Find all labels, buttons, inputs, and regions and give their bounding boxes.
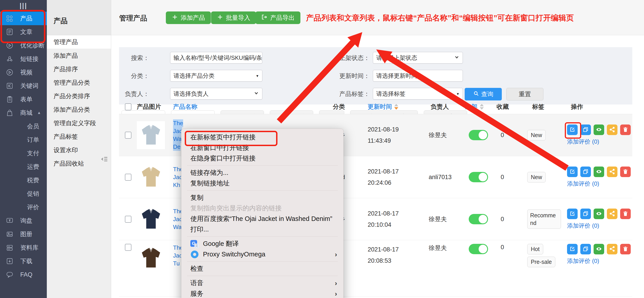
context-menu-item-6[interactable]: 复制链接地址 — [181, 178, 344, 189]
column-header-5[interactable]: 更新时间 — [346, 100, 407, 114]
sidebar-item-library[interactable]: 资料库 — [0, 241, 47, 254]
sidebar-collapse-icon[interactable]: ||| — [0, 0, 47, 12]
edit-button[interactable] — [567, 124, 578, 135]
reset-button[interactable]: 重置 — [506, 88, 544, 100]
sidebar-item-payment[interactable]: 支付 — [0, 147, 47, 160]
preview-button[interactable] — [594, 209, 604, 219]
preview-button[interactable] — [594, 167, 604, 177]
row-checkbox[interactable] — [125, 216, 132, 223]
column-header-label: 产品图片 — [137, 103, 161, 111]
delete-button[interactable] — [620, 167, 631, 177]
submenu-item-6[interactable]: 添加产品分类 — [47, 103, 111, 116]
sidebar-item-products[interactable]: 产品 — [0, 12, 47, 25]
preview-button[interactable] — [594, 124, 604, 135]
sort-icons[interactable] — [394, 104, 398, 110]
category-select[interactable]: 请选择产品分类▼ — [170, 70, 262, 82]
sidebar-item-shipping[interactable]: 运费 — [0, 160, 47, 174]
add-product-button[interactable]: 添加产品 — [166, 11, 211, 24]
add-review-link[interactable]: 添加评价 (0) — [567, 222, 631, 230]
sidebar-item-inquiries[interactable]: 询盘 — [0, 214, 47, 227]
sort-icons[interactable] — [480, 104, 484, 110]
publish-toggle[interactable] — [469, 130, 488, 140]
batch-import-button[interactable]: 批量导入 — [211, 11, 256, 24]
submenu-item-3[interactable]: 产品排序 — [47, 62, 111, 76]
submenu-item-5[interactable]: 产品分类排序 — [47, 89, 111, 103]
context-menu-item-11[interactable]: 打印... — [181, 224, 344, 235]
status-select[interactable]: 请选择上架状态 — [373, 52, 463, 64]
sidebar-item-faq[interactable]: FAQ — [0, 268, 47, 281]
tag-select[interactable]: 请选择标签▼ — [373, 88, 463, 100]
select-all-checkbox[interactable] — [125, 103, 132, 110]
update-time-input[interactable]: 请选择更新时间 — [373, 70, 463, 82]
sidebar-item-tax[interactable]: 税费 — [0, 174, 47, 187]
share-button[interactable] — [607, 167, 618, 177]
column-header-3[interactable]: 产品名称 — [173, 100, 207, 114]
submenu-item-4[interactable]: 管理产品分类 — [47, 76, 111, 89]
edit-button[interactable] — [567, 209, 578, 219]
context-menu-item-13[interactable]: G文Google 翻译 — [181, 239, 344, 249]
duplicate-button[interactable] — [580, 167, 591, 177]
publish-toggle[interactable] — [469, 244, 488, 254]
context-menu-item-18[interactable]: 语音› — [181, 278, 344, 288]
share-button[interactable] — [607, 209, 618, 219]
add-review-link[interactable]: 添加评价 (0) — [567, 180, 631, 188]
submenu-item-8[interactable]: 产品标签 — [47, 130, 111, 143]
row-checkbox[interactable] — [125, 244, 132, 251]
edit-button[interactable] — [567, 244, 578, 254]
product-image[interactable] — [137, 244, 165, 272]
context-menu-item-14[interactable]: Proxy SwitchyOmega› — [181, 249, 344, 260]
column-header-7[interactable]: 上架 — [459, 100, 495, 114]
delete-button[interactable] — [620, 124, 631, 135]
submenu-item-7[interactable]: 管理自定义字段 — [47, 116, 111, 130]
sidebar-item-keywords[interactable]: 关键词 — [0, 79, 47, 93]
sidebar-item-articles[interactable]: 文章 — [0, 25, 47, 39]
sidebar-item-promotion[interactable]: 促销 — [0, 187, 47, 201]
sidebar-item-diagnosis[interactable]: 优化诊断 — [0, 39, 47, 52]
delete-button[interactable] — [620, 244, 631, 254]
submenu-item-9[interactable]: 设置水印 — [47, 143, 111, 157]
context-menu-item-10[interactable]: 使用百度搜索“The Ojai Jacket in Washed Denim” — [181, 214, 344, 224]
preview-button[interactable] — [594, 244, 604, 254]
sidebar-item-members[interactable]: 会员 — [0, 120, 47, 133]
search-input[interactable]: 输入名称/型号/关键词/SKU编码/条形 — [170, 52, 262, 64]
sidebar-item-downloads[interactable]: 下载 — [0, 254, 47, 268]
duplicate-button[interactable] — [580, 124, 591, 135]
publish-toggle[interactable] — [469, 172, 488, 182]
product-image[interactable] — [137, 163, 165, 191]
context-menu-item-1[interactable]: 在新标签页中打开链接 — [181, 132, 344, 142]
add-review-link[interactable]: 添加评价 (0) — [567, 138, 631, 146]
row-checkbox[interactable] — [125, 132, 132, 139]
submenu-item-1[interactable]: 管理产品 — [47, 35, 111, 49]
row-checkbox[interactable] — [125, 174, 132, 181]
delete-button[interactable] — [620, 209, 631, 219]
duplicate-button[interactable] — [580, 209, 591, 219]
sidebar-item-forms[interactable]: 表单 — [0, 93, 47, 106]
context-menu-item-3[interactable]: 在隐身窗口中打开链接 — [181, 153, 344, 164]
sidebar-item-reviews[interactable]: 评价 — [0, 201, 47, 214]
sidebar-item-short-links[interactable]: 短链接 — [0, 52, 47, 66]
query-button[interactable]: 查询 — [465, 88, 502, 100]
submenu-collapse-icon[interactable] — [101, 156, 109, 163]
context-menu-item-2[interactable]: 在新窗口中打开链接 — [181, 142, 344, 153]
share-button[interactable] — [607, 124, 618, 135]
publish-toggle[interactable] — [469, 214, 488, 224]
product-image[interactable] — [137, 121, 165, 149]
sidebar-item-videos[interactable]: 视频 — [0, 66, 47, 79]
context-menu-item-16[interactable]: 检查 — [181, 263, 344, 274]
add-review-link[interactable]: 添加评价 (0) — [567, 257, 631, 265]
sidebar-item-orders[interactable]: 订单 — [0, 133, 47, 147]
edit-button[interactable] — [567, 167, 578, 177]
owner-select[interactable]: 请选择负责人 — [170, 88, 262, 100]
product-export-button[interactable]: 产品导出 — [256, 11, 300, 24]
context-menu-item-8[interactable]: 复制 — [181, 192, 344, 203]
product-image[interactable] — [137, 205, 165, 233]
duplicate-button[interactable] — [580, 244, 591, 254]
context-menu-item-19[interactable]: 服务› — [181, 288, 344, 298]
sidebar-item-albums[interactable]: 图册 — [0, 227, 47, 241]
submenu-arrow-icon: › — [335, 279, 337, 287]
submenu-item-2[interactable]: 添加产品 — [47, 49, 111, 62]
share-icon — [609, 246, 615, 253]
share-button[interactable] — [607, 244, 618, 254]
context-menu-item-5[interactable]: 链接存储为... — [181, 167, 344, 178]
sidebar-item-mall[interactable]: 商城▲ — [0, 106, 47, 120]
